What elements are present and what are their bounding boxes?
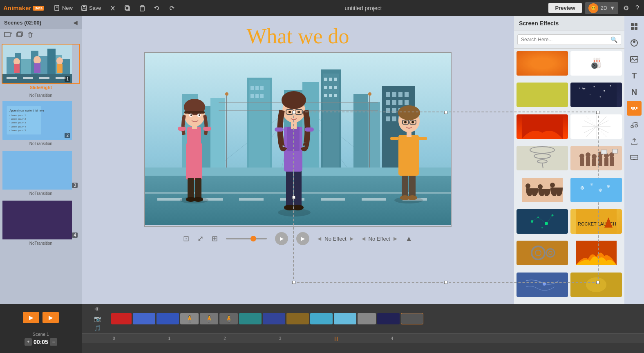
effect-expand-button[interactable]: ▲ xyxy=(405,235,413,243)
scene-thumb-4[interactable]: 4 xyxy=(2,200,80,240)
canvas-frame[interactable] xyxy=(144,52,452,227)
tl-cell-sky[interactable] xyxy=(334,313,356,324)
effect-arrow-right[interactable]: ▶ xyxy=(350,236,353,241)
effect-thumb-bowling[interactable]: 🎳 xyxy=(570,51,622,76)
effect-thumb-tornado[interactable] xyxy=(517,146,568,170)
handle-bottom-left[interactable] xyxy=(292,281,295,284)
effect-thumb-rocket[interactable]: ROCKET LAUNCH xyxy=(570,209,622,234)
time-minus-button[interactable]: − xyxy=(50,338,57,346)
scene-item-2[interactable]: NoTransition Append your content list he… xyxy=(2,92,80,148)
scene-thumb-3[interactable]: 3 xyxy=(2,150,80,190)
svg-point-101 xyxy=(225,92,228,96)
image-icon[interactable] xyxy=(627,52,642,67)
scenes-title: Scenes (02:00) xyxy=(4,20,41,26)
settings-icon[interactable]: ⚙ xyxy=(622,2,631,13)
effect-thumb-dots[interactable] xyxy=(517,209,568,234)
preview-button[interactable]: Preview xyxy=(548,3,581,13)
play-button-2[interactable]: ▶ xyxy=(296,232,309,245)
tl-cell-text[interactable] xyxy=(111,313,132,324)
search-box[interactable]: 🔍 xyxy=(517,34,621,45)
shapes-icon[interactable] xyxy=(627,36,642,50)
profile-icon[interactable] xyxy=(627,19,642,34)
redo-button[interactable] xyxy=(165,3,178,13)
scene-item-4[interactable]: 4 NoTransition xyxy=(2,200,80,248)
effect-thumb-crowd[interactable] xyxy=(570,146,622,170)
fit-view-button[interactable]: ⊡ xyxy=(183,234,189,243)
duplicate-scene-button[interactable] xyxy=(16,31,24,40)
tl-cell-tornado[interactable] xyxy=(358,313,376,324)
tl-cell-scene[interactable] xyxy=(286,313,309,324)
music-icon[interactable] xyxy=(627,117,642,132)
effect-thumb-starburst[interactable] xyxy=(570,114,622,139)
paste-icon xyxy=(139,5,145,11)
mode-selector[interactable]: 😊 2D ▼ xyxy=(585,2,619,14)
tl-cell-wave[interactable] xyxy=(263,313,285,324)
delete-scene-button[interactable] xyxy=(27,31,34,40)
effect-thumb-fire[interactable] xyxy=(517,114,568,139)
svg-rect-67 xyxy=(334,78,337,81)
effect-arrow-left[interactable]: ◀ xyxy=(318,236,321,241)
effect-thumb-orange[interactable] xyxy=(517,51,568,76)
canvas-svg xyxy=(145,53,451,225)
widescreen-icon[interactable] xyxy=(627,150,642,165)
fullscreen-button[interactable]: ⤢ xyxy=(197,234,203,243)
add-scene-button[interactable] xyxy=(4,31,12,40)
collapse-icon[interactable]: ◀ xyxy=(73,19,78,26)
tl-cell-empty[interactable] xyxy=(401,313,423,324)
new-button[interactable]: New xyxy=(51,3,76,13)
scene-item-3[interactable]: 3 NoTransition xyxy=(2,150,80,198)
scene-thumb-1[interactable]: 1 xyxy=(2,44,80,84)
tl-cell-char1[interactable]: 🧍 xyxy=(180,313,199,324)
tl-cell-char2[interactable]: 🧍 xyxy=(200,313,218,324)
tl-cell-char3[interactable]: 🧍 xyxy=(219,313,238,324)
time-add-button[interactable]: + xyxy=(25,338,32,346)
help-icon[interactable]: ? xyxy=(634,3,641,13)
effect-thumb-yellow-green[interactable] xyxy=(517,83,568,107)
tl-cell-teal[interactable] xyxy=(239,313,262,324)
play-button-1[interactable]: ▶ xyxy=(275,232,288,245)
svg-text:❄: ❄ xyxy=(598,188,602,193)
svg-rect-219 xyxy=(522,241,563,265)
tl-music-icon[interactable]: 🎵 xyxy=(94,325,101,331)
text-icon[interactable]: T xyxy=(627,68,642,83)
scene-thumb-2[interactable]: Append your content list here • Lorem ip… xyxy=(2,100,80,141)
effect-thumb-stars[interactable] xyxy=(570,83,622,107)
zoom-slider[interactable] xyxy=(226,238,267,239)
svg-point-166 xyxy=(594,86,595,87)
effects-icon[interactable] xyxy=(627,101,642,116)
scene-item-1[interactable]: 1 SlideRight xyxy=(2,44,80,91)
tl-cell-blue2[interactable] xyxy=(157,313,179,324)
undo-button[interactable] xyxy=(150,3,163,13)
tl-cell-blue1[interactable] xyxy=(133,313,155,324)
grid-button[interactable]: ⊞ xyxy=(212,234,218,243)
play-scene-button[interactable]: ▶ xyxy=(42,312,59,323)
effect-arrow-left-2[interactable]: ◀ xyxy=(362,236,365,241)
paste-button[interactable] xyxy=(136,3,149,13)
svg-point-130 xyxy=(193,197,203,202)
add-scene-icon xyxy=(4,31,12,38)
effect-thumb-snow[interactable]: ❄ ❄ ❄ ❄ xyxy=(570,178,622,202)
effect-thumb-silhouettes[interactable] xyxy=(517,178,568,202)
cut-button[interactable] xyxy=(106,3,119,13)
effect-thumb-gold[interactable] xyxy=(570,273,622,297)
handle-bottom-mid[interactable] xyxy=(444,281,447,284)
tl-eye-icon[interactable]: 👁 xyxy=(94,306,100,313)
tl-camera-icon[interactable]: 📷 xyxy=(94,315,101,322)
effect-thumb-gears[interactable] xyxy=(517,241,568,265)
title-icon[interactable]: N xyxy=(627,85,642,99)
search-input[interactable] xyxy=(521,37,610,42)
tl-cell-lightblue[interactable] xyxy=(310,313,333,324)
effect-thumb-fire2[interactable] xyxy=(570,241,622,265)
svg-point-169 xyxy=(590,94,590,95)
scene1-svg xyxy=(2,45,72,83)
effect-thumb-map[interactable] xyxy=(517,273,568,297)
effect-arrow-right-2[interactable]: ▶ xyxy=(394,236,397,241)
copy-button[interactable] xyxy=(121,3,134,13)
save-button[interactable]: Save xyxy=(78,3,105,13)
upload-icon[interactable] xyxy=(627,134,642,148)
tl-cell-dark[interactable] xyxy=(377,313,400,324)
play-all-button[interactable]: ▶ xyxy=(23,312,39,323)
svg-rect-116 xyxy=(187,127,201,147)
svg-rect-237 xyxy=(631,107,633,109)
svg-point-138 xyxy=(282,91,306,109)
